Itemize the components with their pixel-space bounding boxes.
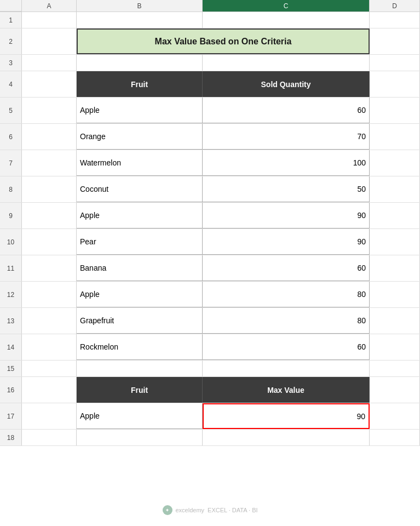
rows-container: 1 2 Max Value Based on One Criteria 3 4 … <box>0 12 420 526</box>
row-1: 1 <box>0 12 420 28</box>
cell-15a[interactable] <box>22 361 77 376</box>
cell-13c[interactable]: 80 <box>203 308 370 334</box>
cell-10b[interactable]: Pear <box>77 229 203 255</box>
row-num-4: 4 <box>0 71 22 97</box>
cell-6c[interactable]: 70 <box>203 124 370 150</box>
watermark: ✦ exceldemy EXCEL · DATA · BI <box>162 505 257 515</box>
corner-cell <box>0 0 22 12</box>
row-2: 2 Max Value Based on One Criteria <box>0 28 420 55</box>
cell-3c[interactable] <box>203 55 370 71</box>
cell-11b[interactable]: Banana <box>77 255 203 281</box>
cell-14a[interactable] <box>22 334 77 360</box>
cell-1b[interactable] <box>77 12 203 28</box>
row-11: 11 Banana 60 <box>0 255 420 282</box>
row-num-5: 5 <box>0 98 22 123</box>
row-num-6: 6 <box>0 124 22 150</box>
cell-4a[interactable] <box>22 71 77 97</box>
row-9: 9 Apple 90 <box>0 203 420 229</box>
cell-5c[interactable]: 60 <box>203 98 370 123</box>
cell-13a[interactable] <box>22 308 77 334</box>
cell-1a[interactable] <box>22 12 77 28</box>
row-14: 14 Rockmelon 60 <box>0 334 420 361</box>
cell-12c[interactable]: 80 <box>203 282 370 307</box>
row-16: 16 Fruit Max Value <box>0 377 420 403</box>
cell-11a[interactable] <box>22 255 77 281</box>
cell-15c[interactable] <box>203 361 370 376</box>
cell-12a[interactable] <box>22 282 77 307</box>
header-quantity: Sold Quantity <box>203 71 370 97</box>
row-10: 10 Pear 90 <box>0 229 420 255</box>
cell-7d[interactable] <box>370 150 420 176</box>
cell-3d[interactable] <box>370 55 420 71</box>
column-headers: A B C D <box>0 0 420 12</box>
cell-13b[interactable]: Grapefruit <box>77 308 203 334</box>
cell-9d[interactable] <box>370 203 420 228</box>
row-num-17: 17 <box>0 403 22 429</box>
cell-17a[interactable] <box>22 403 77 429</box>
cell-2a[interactable] <box>22 28 77 54</box>
cell-8d[interactable] <box>370 176 420 202</box>
cell-16a[interactable] <box>22 377 77 403</box>
row-num-16: 16 <box>0 377 22 403</box>
cell-6b[interactable]: Orange <box>77 124 203 150</box>
row-15: 15 <box>0 361 420 377</box>
cell-11d[interactable] <box>370 255 420 281</box>
cell-15b[interactable] <box>77 361 203 376</box>
row-num-2: 2 <box>0 28 22 54</box>
cell-18a[interactable] <box>22 430 77 445</box>
cell-1c[interactable] <box>203 12 370 28</box>
cell-11c[interactable]: 60 <box>203 255 370 281</box>
cell-12d[interactable] <box>370 282 420 307</box>
cell-10c[interactable]: 90 <box>203 229 370 255</box>
cell-4d[interactable] <box>370 71 420 97</box>
cell-5b[interactable]: Apple <box>77 98 203 123</box>
cell-14b[interactable]: Rockmelon <box>77 334 203 360</box>
col-header-b: B <box>77 0 203 12</box>
cell-13d[interactable] <box>370 308 420 334</box>
cell-9b[interactable]: Apple <box>77 203 203 228</box>
cell-8c[interactable]: 50 <box>203 176 370 202</box>
row-8: 8 Coconut 50 <box>0 176 420 203</box>
cell-9c[interactable]: 90 <box>203 203 370 228</box>
cell-3b[interactable] <box>77 55 203 71</box>
title-cell: Max Value Based on One Criteria <box>77 28 370 54</box>
cell-14d[interactable] <box>370 334 420 360</box>
cell-14c[interactable]: 60 <box>203 334 370 360</box>
cell-3a[interactable] <box>22 55 77 71</box>
cell-17d[interactable] <box>370 403 420 429</box>
row-4: 4 Fruit Sold Quantity <box>0 71 420 98</box>
row-num-1: 1 <box>0 12 22 28</box>
cell-17c-result-maxvalue[interactable]: 90 <box>203 403 370 429</box>
col-header-d: D <box>370 0 420 12</box>
col-header-c: C <box>203 0 370 12</box>
cell-18d[interactable] <box>370 430 420 445</box>
cell-6a[interactable] <box>22 124 77 150</box>
cell-9a[interactable] <box>22 203 77 228</box>
cell-18b[interactable] <box>77 430 203 445</box>
cell-5a[interactable] <box>22 98 77 123</box>
cell-5d[interactable] <box>370 98 420 123</box>
cell-15d[interactable] <box>370 361 420 376</box>
cell-1d[interactable] <box>370 12 420 28</box>
row-num-15: 15 <box>0 361 22 376</box>
col-header-a: A <box>22 0 77 12</box>
cell-6d[interactable] <box>370 124 420 150</box>
cell-7a[interactable] <box>22 150 77 176</box>
cell-8a[interactable] <box>22 176 77 202</box>
row-num-9: 9 <box>0 203 22 228</box>
cell-8b[interactable]: Coconut <box>77 176 203 202</box>
watermark-text: exceldemy <box>175 507 204 513</box>
cell-10d[interactable] <box>370 229 420 255</box>
row-12: 12 Apple 80 <box>0 282 420 308</box>
cell-10a[interactable] <box>22 229 77 255</box>
cell-16d[interactable] <box>370 377 420 403</box>
cell-7c[interactable]: 100 <box>203 150 370 176</box>
row-num-3: 3 <box>0 55 22 71</box>
cell-18c[interactable] <box>203 430 370 445</box>
cell-2d[interactable] <box>370 28 420 54</box>
cell-12b[interactable]: Apple <box>77 282 203 307</box>
cell-7b[interactable]: Watermelon <box>77 150 203 176</box>
row-num-18: 18 <box>0 430 22 445</box>
cell-17b-result-fruit[interactable]: Apple <box>77 403 203 429</box>
row-13: 13 Grapefruit 80 <box>0 308 420 334</box>
